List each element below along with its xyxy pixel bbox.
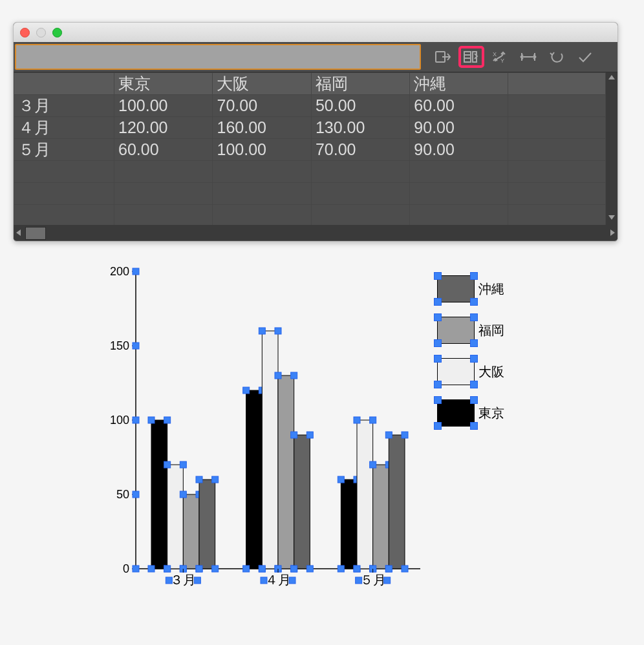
legend-label: 沖縄: [478, 280, 504, 298]
svg-rect-61: [306, 432, 313, 438]
bar[interactable]: [262, 331, 278, 569]
svg-rect-63: [306, 566, 313, 572]
header-row: 東京 大阪 福岡 沖縄: [14, 73, 606, 95]
scroll-down-icon[interactable]: [608, 215, 615, 220]
cell[interactable]: 90.00: [410, 117, 508, 139]
bar[interactable]: [246, 390, 263, 569]
legend-label: 大阪: [478, 363, 504, 381]
legend-label: 福岡: [478, 322, 504, 339]
svg-rect-52: [259, 328, 265, 334]
svg-text:４月: ４月: [265, 573, 291, 587]
bar[interactable]: [294, 435, 310, 569]
data-toolbar: XY: [14, 42, 617, 72]
table-row: ３月 100.00 70.00 50.00 60.00: [14, 95, 606, 117]
legend-item[interactable]: 福岡: [437, 314, 534, 355]
bar[interactable]: [199, 480, 215, 569]
bar[interactable]: [341, 480, 357, 569]
legend-swatch: [437, 275, 475, 302]
svg-rect-24: [133, 343, 139, 349]
col-header[interactable]: 沖縄: [410, 73, 508, 95]
svg-rect-43: [212, 566, 219, 572]
scroll-left-icon[interactable]: [16, 229, 21, 236]
svg-rect-2: [464, 52, 471, 62]
confirm-icon[interactable]: [574, 47, 597, 67]
cell-input[interactable]: [15, 44, 421, 70]
svg-rect-87: [384, 577, 391, 584]
window-titlebar[interactable]: [14, 23, 617, 42]
cell[interactable]: 50.00: [311, 95, 409, 117]
svg-rect-86: [356, 577, 362, 584]
cell[interactable]: 70.00: [213, 95, 311, 117]
svg-text:100: 100: [110, 414, 129, 427]
window-close-button[interactable]: [20, 28, 30, 37]
row-header[interactable]: ４月: [14, 117, 114, 139]
vertical-scrollbar[interactable]: [606, 72, 617, 225]
svg-rect-42: [196, 566, 202, 572]
legend-label: 東京: [478, 405, 504, 422]
bar[interactable]: [167, 465, 184, 569]
table-edit-icon[interactable]: [460, 47, 483, 67]
scroll-right-icon[interactable]: [610, 229, 615, 236]
data-table[interactable]: 東京 大阪 福岡 沖縄 ３月 100.00 70.00 50.00 60.00: [14, 72, 606, 225]
cell[interactable]: [508, 117, 606, 139]
cell[interactable]: 130.00: [311, 117, 409, 139]
svg-rect-30: [148, 566, 155, 572]
import-data-icon[interactable]: [431, 47, 455, 67]
svg-rect-57: [291, 372, 297, 379]
table-row: [14, 161, 606, 183]
bar[interactable]: [389, 435, 405, 569]
col-header[interactable]: [508, 73, 606, 95]
svg-rect-32: [164, 461, 171, 468]
svg-rect-60: [291, 432, 297, 438]
window-zoom-button[interactable]: [52, 28, 62, 37]
svg-text:200: 200: [110, 265, 129, 278]
svg-rect-34: [164, 566, 171, 572]
svg-rect-81: [402, 432, 408, 438]
svg-rect-18: [133, 491, 139, 498]
svg-rect-72: [354, 417, 360, 423]
col-header[interactable]: 大阪: [213, 73, 311, 95]
frame-icon[interactable]: [517, 47, 540, 67]
bar[interactable]: [278, 375, 294, 569]
svg-rect-46: [166, 577, 172, 584]
row-header[interactable]: ５月: [14, 139, 114, 161]
cell[interactable]: 120.00: [114, 117, 213, 139]
scroll-thumb[interactable]: [25, 227, 46, 240]
cell[interactable]: 100.00: [114, 95, 213, 117]
svg-rect-82: [385, 566, 392, 572]
cell[interactable]: [508, 95, 606, 117]
bar-chart[interactable]: 050100150200３月４月５月 沖縄福岡大阪東京: [91, 259, 543, 582]
scroll-up-icon[interactable]: [608, 75, 615, 79]
bar[interactable]: [373, 465, 389, 569]
legend-item[interactable]: 沖縄: [437, 273, 534, 314]
bar[interactable]: [183, 494, 199, 569]
cell[interactable]: 90.00: [410, 139, 508, 161]
bar[interactable]: [151, 420, 167, 569]
legend-item[interactable]: 大阪: [437, 355, 534, 397]
window-minimize-button[interactable]: [36, 28, 46, 37]
cell[interactable]: 70.00: [311, 139, 409, 161]
cell[interactable]: [508, 139, 606, 161]
chart-legend[interactable]: 沖縄福岡大阪東京: [437, 273, 534, 438]
col-header[interactable]: 東京: [114, 73, 213, 95]
table-row: [14, 183, 606, 205]
row-header[interactable]: ３月: [14, 95, 114, 117]
horizontal-scrollbar[interactable]: [14, 225, 617, 240]
svg-rect-28: [148, 417, 155, 423]
cell[interactable]: 100.00: [213, 139, 311, 161]
svg-rect-62: [291, 566, 297, 572]
svg-rect-56: [275, 372, 281, 379]
col-header[interactable]: 福岡: [311, 73, 409, 95]
cell[interactable]: 60.00: [410, 95, 508, 117]
cell[interactable]: 160.00: [213, 117, 311, 139]
swap-xy-icon[interactable]: XY: [488, 47, 511, 67]
legend-item[interactable]: 東京: [437, 397, 534, 438]
svg-rect-66: [261, 577, 267, 584]
svg-text:50: 50: [116, 488, 129, 501]
undo-icon[interactable]: [545, 47, 568, 67]
legend-swatch: [437, 317, 475, 344]
cell[interactable]: 60.00: [114, 139, 213, 161]
bar[interactable]: [357, 420, 373, 569]
corner-cell[interactable]: [14, 73, 114, 95]
svg-rect-73: [370, 417, 376, 423]
